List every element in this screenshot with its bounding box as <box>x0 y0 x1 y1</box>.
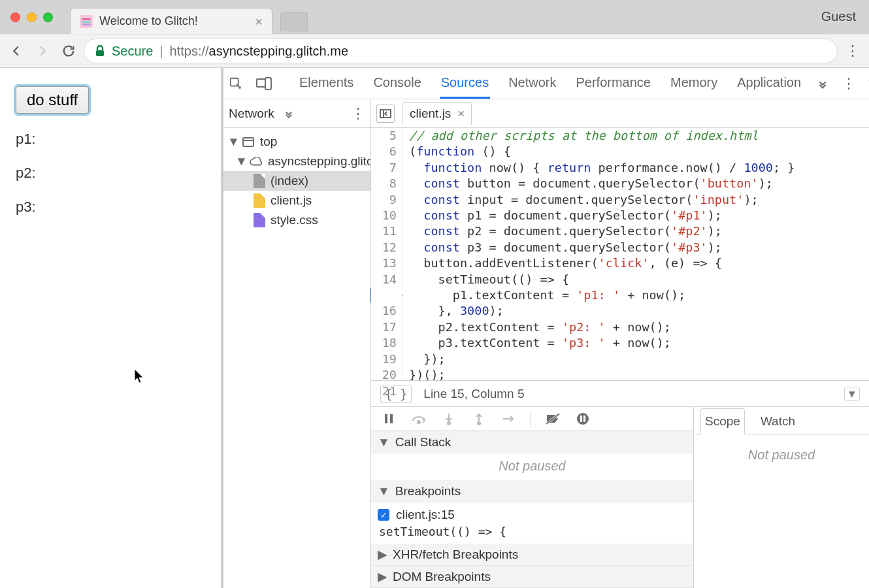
devtools-tab-application[interactable]: Application <box>736 69 802 99</box>
tab-title: Welcome to Glitch! <box>99 14 248 28</box>
mouse-cursor-icon <box>134 368 146 384</box>
tree-top[interactable]: ▼ top <box>223 132 370 152</box>
tree-file-index[interactable]: (index) <box>223 171 370 191</box>
step-into-icon[interactable] <box>440 410 457 427</box>
address-bar[interactable]: Secure | https://asyncstepping.glitch.me <box>84 39 838 63</box>
svg-point-19 <box>577 413 589 425</box>
devtools-tab-elements[interactable]: Elements <box>298 69 355 99</box>
navigator-menu-icon[interactable]: ⋮ <box>351 105 365 122</box>
svg-rect-20 <box>580 416 582 422</box>
navigator-mode[interactable]: Network <box>229 106 274 121</box>
p2-label: p2: <box>16 165 205 182</box>
source-statusbar: { } Line 15, Column 5 ▾ <box>371 380 869 406</box>
sources-navigator: Network ⋮ ▼ top ▼ asyncstepp <box>223 99 371 588</box>
close-file-tab-icon[interactable]: × <box>457 106 465 121</box>
step-over-icon[interactable] <box>410 410 427 427</box>
url: https://asyncstepping.glitch.me <box>170 44 348 59</box>
new-tab-button[interactable] <box>280 12 308 31</box>
toggle-navigator-icon[interactable] <box>376 105 395 123</box>
svg-rect-13 <box>390 414 393 423</box>
scope-tab[interactable]: Scope <box>700 408 745 434</box>
cloud-icon <box>250 155 263 168</box>
debug-controls <box>371 407 693 431</box>
tree-file-clientjs[interactable]: client.js <box>223 191 370 210</box>
browser-toolbar: Secure | https://asyncstepping.glitch.me… <box>0 34 869 68</box>
code-area[interactable]: 56789101112131415161718192021 // add oth… <box>371 128 869 380</box>
breakpoint-label: client.js:15 <box>396 508 455 522</box>
js-file-icon <box>254 193 265 208</box>
pause-on-exceptions-icon[interactable] <box>574 410 591 427</box>
step-out-icon[interactable] <box>470 410 487 427</box>
tree-top-label: top <box>260 135 277 149</box>
svg-rect-7 <box>265 78 271 90</box>
svg-rect-4 <box>96 50 104 56</box>
file-tab-clientjs[interactable]: client.js × <box>402 102 472 125</box>
svg-point-15 <box>448 422 450 425</box>
close-tab-icon[interactable]: × <box>255 15 263 28</box>
maximize-window-icon[interactable] <box>43 12 53 22</box>
tree-file-label: style.css <box>271 213 318 227</box>
scope-watch-tabs: Scope Watch <box>694 407 869 434</box>
tree-file-label: (index) <box>271 174 308 188</box>
user-badge[interactable]: Guest <box>821 9 856 24</box>
devtools-tab-performance[interactable]: Performance <box>575 69 653 99</box>
svg-rect-21 <box>583 416 585 422</box>
toggle-sidebar-icon[interactable]: ▾ <box>844 387 860 401</box>
browser-tabbar: Welcome to Glitch! × Guest <box>0 0 869 34</box>
svg-rect-12 <box>385 414 387 423</box>
scope-state: Not paused <box>748 448 815 463</box>
window-icon <box>242 135 255 148</box>
navigator-overflow-icon[interactable] <box>282 107 295 120</box>
page-viewport: do stuff p1: p2: p3: <box>0 68 223 588</box>
devtools: ElementsConsoleSourcesNetworkPerformance… <box>223 68 869 588</box>
favicon-icon <box>80 15 93 28</box>
back-button[interactable] <box>5 40 27 62</box>
overflow-tabs-icon[interactable] <box>815 76 830 91</box>
svg-rect-1 <box>82 18 91 20</box>
svg-point-16 <box>478 422 480 425</box>
css-file-icon <box>254 213 265 227</box>
svg-point-14 <box>418 421 420 423</box>
breakpoint-item[interactable]: ✓ client.js:15 setTimeout(() => { <box>371 502 693 544</box>
window-controls <box>0 12 63 34</box>
devtools-menu-icon[interactable]: ⋮ <box>842 75 856 92</box>
inspect-element-icon[interactable] <box>229 74 243 93</box>
devtools-tab-network[interactable]: Network <box>507 69 557 99</box>
devtools-tab-sources[interactable]: Sources <box>440 69 490 99</box>
callstack-header[interactable]: ▼Call Stack <box>371 431 693 453</box>
omnibox-separator: | <box>159 44 163 59</box>
browser-tab[interactable]: Welcome to Glitch! × <box>70 8 272 34</box>
tree-file-stylecss[interactable]: style.css <box>223 210 370 230</box>
minimize-window-icon[interactable] <box>27 12 37 22</box>
secure-label: Secure <box>112 44 153 59</box>
forward-button[interactable] <box>31 40 54 62</box>
breakpoints-header[interactable]: ▼Breakpoints <box>371 480 693 502</box>
devtools-tabbar: ElementsConsoleSourcesNetworkPerformance… <box>223 68 869 99</box>
svg-rect-2 <box>82 21 91 23</box>
breakpoint-checkbox[interactable]: ✓ <box>378 509 389 521</box>
browser-menu-icon[interactable]: ⋮ <box>842 42 864 59</box>
source-editor: client.js × 5678910111213141516171819202… <box>371 99 869 588</box>
callstack-state: Not paused <box>371 453 693 480</box>
pause-icon[interactable] <box>380 410 397 427</box>
watch-tab[interactable]: Watch <box>757 409 799 434</box>
close-window-icon[interactable] <box>10 12 20 22</box>
do-stuff-button[interactable]: do stuff <box>16 86 89 114</box>
file-tree: ▼ top ▼ asyncstepping.glitc (index) <box>223 128 370 588</box>
deactivate-breakpoints-icon[interactable] <box>544 410 561 427</box>
dom-breakpoints-header[interactable]: ▶DOM Breakpoints <box>371 566 693 588</box>
devtools-tab-memory[interactable]: Memory <box>669 69 719 99</box>
reload-button[interactable] <box>57 40 80 62</box>
lock-icon <box>95 45 105 57</box>
debugger-pane: ▼Call Stack Not paused ▼Breakpoints ✓ cl… <box>371 406 869 588</box>
step-icon[interactable] <box>500 410 517 427</box>
file-tab-label: client.js <box>410 106 451 121</box>
tree-file-label: client.js <box>271 193 312 208</box>
tree-origin[interactable]: ▼ asyncstepping.glitc <box>223 152 370 171</box>
cursor-position: Line 15, Column 5 <box>423 387 524 401</box>
xhr-breakpoints-header[interactable]: ▶XHR/fetch Breakpoints <box>371 544 693 566</box>
p3-label: p3: <box>16 199 205 216</box>
device-toolbar-icon[interactable] <box>256 74 272 93</box>
devtools-tab-console[interactable]: Console <box>372 69 422 99</box>
tree-origin-label: asyncstepping.glitc <box>268 154 370 169</box>
